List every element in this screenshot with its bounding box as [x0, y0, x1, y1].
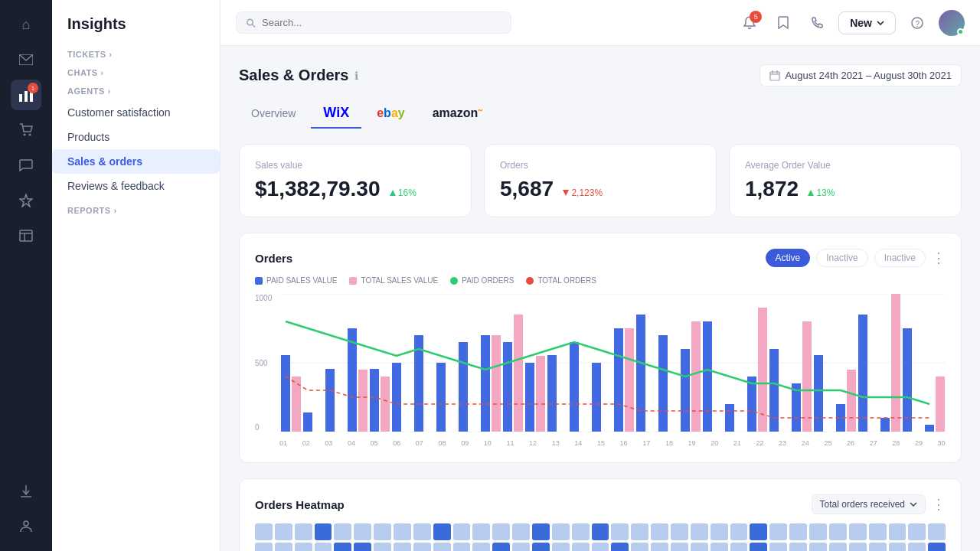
- heatmap-cell[interactable]: [413, 543, 431, 551]
- nav-customer-satisfaction[interactable]: Customer satisfaction: [52, 100, 220, 125]
- heatmap-cell[interactable]: [651, 543, 668, 551]
- agents-label[interactable]: AGENTS ›: [52, 82, 220, 100]
- heatmap-cell[interactable]: [750, 543, 767, 551]
- reports-label[interactable]: REPORTS ›: [52, 198, 220, 218]
- heatmap-cell[interactable]: [849, 543, 867, 551]
- heatmap-cell[interactable]: [730, 523, 748, 540]
- heatmap-cell[interactable]: [671, 523, 688, 540]
- heatmap-cell[interactable]: [354, 523, 371, 540]
- heatmap-cell[interactable]: [394, 543, 411, 551]
- heatmap-cell[interactable]: [809, 543, 827, 551]
- heatmap-cell[interactable]: [275, 523, 292, 540]
- heatmap-cell[interactable]: [472, 543, 490, 551]
- tab-overview[interactable]: Overview: [239, 101, 308, 127]
- heatmap-cell[interactable]: [492, 543, 510, 551]
- chart-more-icon[interactable]: ⋮: [932, 249, 946, 266]
- heatmap-cell[interactable]: [472, 523, 490, 540]
- heatmap-cell[interactable]: [492, 523, 510, 540]
- heatmap-cell[interactable]: [789, 543, 807, 551]
- heatmap-cell[interactable]: [453, 543, 471, 551]
- tab-amazon[interactable]: amazon˜: [420, 100, 495, 128]
- heatmap-cell[interactable]: [789, 523, 807, 540]
- search-box[interactable]: [236, 11, 511, 34]
- date-range[interactable]: August 24th 2021 – August 30th 2021: [760, 64, 962, 86]
- download-icon[interactable]: [11, 476, 41, 507]
- cart-icon[interactable]: [11, 115, 41, 145]
- heatmap-cell[interactable]: [908, 543, 926, 551]
- heatmap-cell[interactable]: [849, 523, 867, 540]
- heatmap-cell[interactable]: [255, 543, 273, 551]
- heatmap-cell[interactable]: [532, 523, 550, 540]
- heatmap-cell[interactable]: [651, 523, 668, 540]
- heatmap-cell[interactable]: [592, 543, 609, 551]
- heatmap-cell[interactable]: [512, 543, 530, 551]
- heatmap-cell[interactable]: [691, 543, 708, 551]
- heatmap-more-icon[interactable]: ⋮: [932, 496, 946, 513]
- heatmap-cell[interactable]: [374, 523, 391, 540]
- notification-icon[interactable]: 5: [737, 11, 762, 35]
- heatmap-cell[interactable]: [908, 523, 926, 540]
- filter-inactive-2[interactable]: Inactive: [874, 249, 926, 267]
- heatmap-cell[interactable]: [552, 523, 570, 540]
- heatmap-cell[interactable]: [631, 543, 648, 551]
- star-icon[interactable]: [11, 185, 41, 216]
- heatmap-cell[interactable]: [334, 523, 351, 540]
- tickets-label[interactable]: TICKETS ›: [52, 45, 220, 64]
- nav-products[interactable]: Products: [52, 125, 220, 149]
- avatar[interactable]: [939, 10, 965, 36]
- heatmap-cell[interactable]: [710, 523, 728, 540]
- heatmap-cell[interactable]: [572, 543, 590, 551]
- tab-ebay[interactable]: ebay: [364, 100, 417, 128]
- heatmap-cell[interactable]: [889, 523, 906, 540]
- heatmap-cell[interactable]: [889, 543, 906, 551]
- heatmap-cell[interactable]: [631, 523, 648, 540]
- heatmap-cell[interactable]: [295, 523, 312, 540]
- heatmap-cell[interactable]: [295, 543, 312, 551]
- chats-label[interactable]: CHATS ›: [52, 64, 220, 82]
- phone-icon[interactable]: [805, 11, 829, 35]
- home-icon[interactable]: ⌂: [11, 9, 41, 40]
- new-button[interactable]: New: [838, 11, 896, 34]
- heatmap-cell[interactable]: [928, 523, 946, 540]
- heatmap-cell[interactable]: [829, 523, 847, 540]
- heatmap-cell[interactable]: [374, 543, 391, 551]
- heatmap-cell[interactable]: [394, 523, 411, 540]
- heatmap-cell[interactable]: [691, 523, 708, 540]
- heatmap-cell[interactable]: [809, 523, 827, 540]
- help-icon[interactable]: ?: [905, 11, 929, 35]
- heatmap-cell[interactable]: [592, 523, 609, 540]
- heatmap-cell[interactable]: [710, 543, 728, 551]
- heatmap-cell[interactable]: [572, 523, 590, 540]
- heatmap-cell[interactable]: [928, 543, 946, 551]
- chart-icon[interactable]: 1: [11, 80, 41, 110]
- heatmap-cell[interactable]: [532, 543, 550, 551]
- heatmap-cell[interactable]: [315, 523, 332, 540]
- table-icon[interactable]: [11, 220, 41, 251]
- chat-icon[interactable]: [11, 150, 41, 181]
- heatmap-cell[interactable]: [315, 543, 332, 551]
- heatmap-cell[interactable]: [354, 543, 371, 551]
- search-input[interactable]: [262, 17, 501, 28]
- heatmap-cell[interactable]: [769, 523, 787, 540]
- info-icon[interactable]: ℹ: [354, 70, 358, 82]
- heatmap-cell[interactable]: [750, 523, 767, 540]
- heatmap-cell[interactable]: [512, 523, 530, 540]
- heatmap-cell[interactable]: [730, 543, 748, 551]
- filter-active[interactable]: Active: [766, 249, 811, 267]
- heatmap-cell[interactable]: [671, 543, 688, 551]
- heatmap-cell[interactable]: [334, 543, 351, 551]
- heatmap-cell[interactable]: [433, 523, 451, 540]
- heatmap-cell[interactable]: [433, 543, 451, 551]
- bookmark-icon[interactable]: [771, 11, 795, 35]
- heatmap-cell[interactable]: [869, 523, 887, 540]
- heatmap-cell[interactable]: [829, 543, 847, 551]
- email-icon[interactable]: [11, 44, 41, 75]
- heatmap-cell[interactable]: [611, 543, 629, 551]
- heatmap-cell[interactable]: [413, 523, 431, 540]
- heatmap-cell[interactable]: [453, 523, 471, 540]
- filter-inactive-1[interactable]: Inactive: [816, 249, 867, 267]
- heatmap-cell[interactable]: [769, 543, 787, 551]
- people-icon[interactable]: [11, 511, 41, 542]
- heatmap-cell[interactable]: [869, 543, 887, 551]
- heatmap-filter[interactable]: Total orders received: [812, 494, 926, 514]
